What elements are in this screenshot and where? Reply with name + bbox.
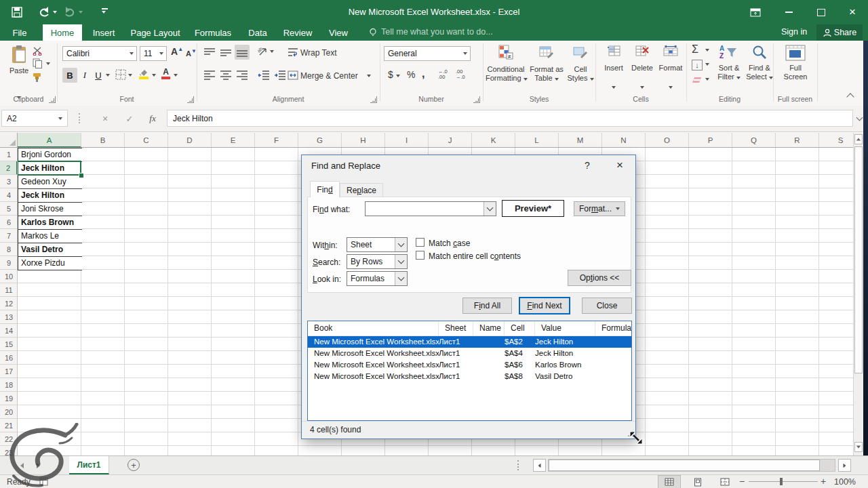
decrease-indent-icon[interactable] xyxy=(258,70,270,80)
match-case-checkbox[interactable] xyxy=(416,238,425,247)
font-name-combo[interactable]: Calibri xyxy=(62,46,137,61)
bold-button[interactable]: B xyxy=(62,68,77,83)
borders-dropdown-icon[interactable] xyxy=(128,74,132,77)
column-header-R[interactable]: R xyxy=(776,133,819,148)
column-header-A[interactable]: A xyxy=(18,133,81,148)
font-size-combo[interactable]: 11 xyxy=(140,46,167,61)
fill-dropdown-icon[interactable] xyxy=(705,63,709,66)
dialog-help-button[interactable]: ? xyxy=(577,157,597,174)
conditional-formatting-button[interactable]: ≠ Conditional Formatting xyxy=(486,43,526,94)
find-next-button[interactable]: Find Next xyxy=(519,297,570,314)
new-sheet-button[interactable]: + xyxy=(127,459,140,471)
accounting-dropdown-icon[interactable] xyxy=(396,75,400,77)
cell-A6[interactable]: Karlos Brown xyxy=(18,216,82,230)
collapse-ribbon-icon[interactable] xyxy=(848,92,854,98)
results-header-formula[interactable]: Formula xyxy=(595,321,631,336)
result-row-1[interactable]: New Microsoft Excel Worksheet.xlsxЛист1$… xyxy=(308,336,631,348)
find-all-button[interactable]: Find All xyxy=(462,298,512,314)
close-button[interactable]: × xyxy=(842,4,863,20)
maximize-button[interactable] xyxy=(811,5,831,19)
tab-view[interactable]: View xyxy=(321,24,356,41)
row-header-4[interactable]: 4 xyxy=(0,188,18,202)
sign-in-link[interactable]: Sign in xyxy=(781,27,807,37)
underline-dropdown-icon[interactable] xyxy=(106,74,110,77)
row-header-12[interactable]: 12 xyxy=(0,297,18,310)
row-header-9[interactable]: 9 xyxy=(0,256,18,270)
result-row-4[interactable]: New Microsoft Excel Worksheet.xlsxЛист1$… xyxy=(308,371,631,382)
format-button[interactable]: Format... xyxy=(574,201,625,216)
increase-decimal-icon[interactable]: ←.0.00 xyxy=(438,69,448,80)
column-header-H[interactable]: H xyxy=(342,133,385,148)
cell-A4[interactable]: Jeck Hilton xyxy=(18,189,82,203)
delete-cells-button[interactable]: Delete xyxy=(629,43,655,94)
copy-dropdown-icon[interactable] xyxy=(46,62,50,65)
cell-A7[interactable]: Markos Le xyxy=(18,230,82,243)
align-center-icon[interactable] xyxy=(220,70,232,80)
tab-review[interactable]: Review xyxy=(277,24,319,41)
tab-scrollbar-splitter[interactable] xyxy=(517,460,519,470)
cell-A5[interactable]: Joni Skrose xyxy=(18,203,82,216)
minimize-button[interactable] xyxy=(778,5,799,19)
cut-icon[interactable] xyxy=(33,46,43,56)
redo-dropdown-icon[interactable] xyxy=(79,11,83,14)
column-header-D[interactable]: D xyxy=(168,133,212,148)
merge-center-dropdown-icon[interactable] xyxy=(367,75,371,77)
zoom-out-button[interactable]: − xyxy=(739,476,745,487)
increase-indent-icon[interactable] xyxy=(274,70,286,80)
scroll-up-button[interactable] xyxy=(854,134,863,144)
percent-style-icon[interactable]: % xyxy=(407,69,415,80)
column-header-M[interactable]: M xyxy=(559,133,602,148)
column-header-E[interactable]: E xyxy=(212,133,255,148)
borders-icon[interactable] xyxy=(115,69,126,80)
results-header-name[interactable]: Name xyxy=(473,321,505,336)
number-dialog-launcher[interactable] xyxy=(473,96,480,103)
results-header-value[interactable]: Value xyxy=(535,321,595,336)
column-header-B[interactable]: B xyxy=(81,133,125,148)
underline-button[interactable]: U xyxy=(92,68,104,83)
share-button[interactable]: Share xyxy=(816,24,863,41)
view-normal-button[interactable] xyxy=(658,475,681,488)
ribbon-display-options-icon[interactable] xyxy=(746,5,765,19)
row-header-10[interactable]: 10 xyxy=(0,270,18,283)
fill-color-icon[interactable] xyxy=(138,68,149,79)
font-dialog-launcher[interactable] xyxy=(187,96,194,103)
column-header-S[interactable]: S xyxy=(819,133,853,148)
column-header-L[interactable]: L xyxy=(515,133,559,148)
merge-center-icon[interactable] xyxy=(288,70,298,80)
match-entire-checkbox[interactable] xyxy=(416,251,425,260)
autosum-icon[interactable]: Σ xyxy=(692,43,698,56)
row-header-20[interactable]: 20 xyxy=(0,405,18,419)
row-header-11[interactable]: 11 xyxy=(0,283,18,297)
results-header-sheet[interactable]: Sheet xyxy=(439,321,473,336)
preview-button[interactable]: Preview* xyxy=(502,200,564,217)
grow-font-icon[interactable]: A▲ xyxy=(171,46,183,57)
italic-button[interactable]: I xyxy=(79,68,91,83)
number-format-combo[interactable]: General xyxy=(384,46,471,61)
look-in-combo[interactable]: Formulas xyxy=(347,271,408,286)
tab-formulas[interactable]: Formulas xyxy=(187,24,239,41)
row-header-14[interactable]: 14 xyxy=(0,324,18,338)
align-bottom-icon[interactable] xyxy=(235,45,250,60)
row-header-18[interactable]: 18 xyxy=(0,378,18,392)
row-header-5[interactable]: 5 xyxy=(0,202,18,216)
font-color-icon[interactable]: A xyxy=(161,68,170,79)
clear-dropdown-icon[interactable] xyxy=(705,78,709,81)
save-icon[interactable] xyxy=(11,6,23,18)
format-as-table-button[interactable]: Format as Table xyxy=(528,43,566,94)
tab-file[interactable]: File xyxy=(0,24,39,41)
zoom-slider[interactable] xyxy=(749,481,818,482)
cell-A2[interactable]: Jeck Hilton xyxy=(18,162,82,176)
font-color-dropdown-icon[interactable] xyxy=(174,74,178,77)
row-header-6[interactable]: 6 xyxy=(0,216,18,229)
cell-A9[interactable]: Xorxe Pizdu xyxy=(18,257,82,270)
align-middle-icon[interactable] xyxy=(220,47,232,57)
tab-insert[interactable]: Insert xyxy=(84,24,123,41)
search-combo[interactable]: By Rows xyxy=(347,254,408,269)
insert-cells-button[interactable]: Insert xyxy=(601,43,627,94)
hscroll-left-button[interactable] xyxy=(533,459,546,472)
column-header-G[interactable]: G xyxy=(298,133,342,148)
tab-replace[interactable]: Replace xyxy=(340,183,383,197)
row-header-19[interactable]: 19 xyxy=(0,392,18,405)
column-header-N[interactable]: N xyxy=(602,133,646,148)
cell-A8[interactable]: Vasil Detro xyxy=(18,243,82,257)
